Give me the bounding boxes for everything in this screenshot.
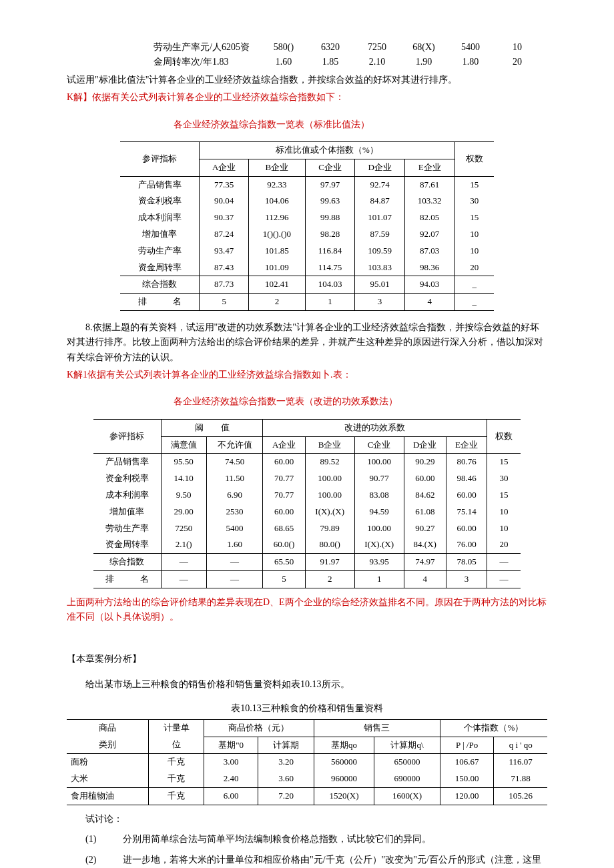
cell: 15 xyxy=(454,209,494,226)
cell: 84.(X) xyxy=(404,536,446,553)
cell: 资金周转率 xyxy=(120,260,200,276)
h-calc: 计算期 xyxy=(258,737,314,754)
cell: 资金周转率 xyxy=(93,536,161,553)
cell: 3.20 xyxy=(258,754,314,771)
cell: 93.95 xyxy=(354,554,404,571)
table-3: 商品 计量单 商品价格（元） 销售三 个体指数（%） 类别 位 基期"0 计算期… xyxy=(67,719,547,805)
cell: 6.00 xyxy=(204,787,258,805)
h-threshold: 阈 值 xyxy=(161,419,263,436)
cell: 102.41 xyxy=(249,276,306,294)
composite-label: 综合指数 xyxy=(120,276,200,294)
cell: 93.47 xyxy=(200,243,249,260)
cell: 3.60 xyxy=(258,771,314,787)
cell: 82.05 xyxy=(404,209,454,226)
cell: — xyxy=(487,554,521,571)
cell: I(X).(X) xyxy=(354,536,404,553)
col-b: B企业 xyxy=(305,436,354,454)
cell: 食用植物油 xyxy=(67,787,149,805)
h-indicator: 参评指标 xyxy=(93,419,161,454)
cell: 29.00 xyxy=(161,504,206,520)
cell: 90.37 xyxy=(200,209,249,226)
cell: 3 xyxy=(355,294,405,311)
cell: 6.90 xyxy=(206,487,263,504)
cell: 10 xyxy=(454,243,494,260)
cell: 2530 xyxy=(206,504,263,520)
cell: 87.73 xyxy=(200,276,249,294)
col-e: E企业 xyxy=(404,159,454,176)
cell: 116.07 xyxy=(494,754,547,771)
cell: 资金利税率 xyxy=(93,470,161,487)
col-d: D企业 xyxy=(404,436,446,454)
cell: 80.76 xyxy=(446,454,487,470)
cell: 千克 xyxy=(149,754,204,771)
cell: 4 xyxy=(404,571,446,588)
h-pp: P | /Po xyxy=(440,737,494,754)
cell: 104.03 xyxy=(305,276,355,294)
cell: 116.84 xyxy=(305,243,355,260)
cell: 面粉 xyxy=(67,754,149,771)
cell: 千克 xyxy=(149,771,204,787)
val: 6320 xyxy=(307,40,354,55)
cell: 92.07 xyxy=(404,226,454,243)
cell: 100.00 xyxy=(305,470,354,487)
col-a: A企业 xyxy=(200,159,249,176)
top-data-row-2: 金周转率次/年1.83 1.60 1.85 2.10 1.90 1.80 20 xyxy=(67,55,547,69)
cell: 大米 xyxy=(67,771,149,787)
cell: 90.77 xyxy=(354,470,404,487)
val: 1.85 xyxy=(307,55,354,69)
cell: 109.59 xyxy=(355,243,405,260)
table-2: 参评指标 阈 值 改进的功效系数 权数 满意值 不允许值 A企业 B企业 C企业… xyxy=(93,419,521,588)
h-base: 基期"0 xyxy=(204,737,258,754)
cell: 68.65 xyxy=(263,520,305,537)
cell: 78.05 xyxy=(446,554,487,571)
cell: 98.36 xyxy=(404,260,454,276)
cell: 60.00 xyxy=(263,454,305,470)
rank-label: 排 名 xyxy=(93,571,161,588)
cell: 产品销售率 xyxy=(93,454,161,470)
col-bad: 不允许值 xyxy=(206,436,263,454)
cell: 1 xyxy=(354,571,404,588)
val: 1.80 xyxy=(447,55,494,69)
cell: 101.07 xyxy=(355,209,405,226)
cell: 105.26 xyxy=(494,787,547,805)
discuss-item-1: (1)分别用简单综合法与简单平均法编制粮食价格总指数，试比较它们的异同。 xyxy=(123,832,547,847)
cell: 960000 xyxy=(314,771,374,787)
cell: 94.59 xyxy=(354,504,404,520)
cell: 92.33 xyxy=(249,176,306,193)
cell: 90.29 xyxy=(404,454,446,470)
discuss-label: 试讨论： xyxy=(67,812,547,827)
val: 1.60 xyxy=(260,55,307,69)
cell: 74.50 xyxy=(206,454,263,470)
col-a: A企业 xyxy=(263,436,305,454)
val: 1.90 xyxy=(400,55,447,69)
val: 7250 xyxy=(354,40,400,55)
text: 进一步地，若将大米的计量单位和相应价格由"元/千克（公斤）"改变为"元/百公斤的… xyxy=(123,855,543,868)
label: 劳动生产率元/人6205资 xyxy=(154,40,260,55)
intro-para: 试运用"标准比值法"计算各企业的工业经济效益综合指数，并按综合效益的好坏对其进行… xyxy=(67,73,547,87)
col-ok: 满意值 xyxy=(161,436,206,454)
cell: 87.43 xyxy=(200,260,249,276)
composite-label: 综合指数 xyxy=(93,554,161,571)
val: 20 xyxy=(494,55,541,69)
cell: 3 xyxy=(446,571,487,588)
cell: 91.97 xyxy=(305,554,354,571)
cell: 15 xyxy=(454,176,494,193)
cell: 60.0() xyxy=(263,536,305,553)
cell: 10 xyxy=(454,226,494,243)
cell: 30 xyxy=(487,470,521,487)
cell: — xyxy=(487,571,521,588)
cell: 103.83 xyxy=(355,260,405,276)
table-2-caption: 各企业经济效益综合指数一览表（改进的功效系数法） xyxy=(67,394,547,409)
table-1-caption: 各企业经济效益综合指数一览表（标准比值法） xyxy=(67,117,547,132)
discuss-list: (1)分别用简单综合法与简单平均法编制粮食价格总指数，试比较它们的异同。 (2)… xyxy=(67,832,547,868)
cell: 99.63 xyxy=(305,193,355,209)
cell: 成本利润率 xyxy=(120,209,200,226)
cell: 120.00 xyxy=(440,787,494,805)
cell: — xyxy=(161,571,206,588)
cell: 11.50 xyxy=(206,470,263,487)
num: (1) xyxy=(85,832,96,847)
cell: 98.28 xyxy=(305,226,355,243)
cell: 20 xyxy=(454,260,494,276)
cell: I(X).(X) xyxy=(305,504,354,520)
cell: 87.61 xyxy=(404,176,454,193)
